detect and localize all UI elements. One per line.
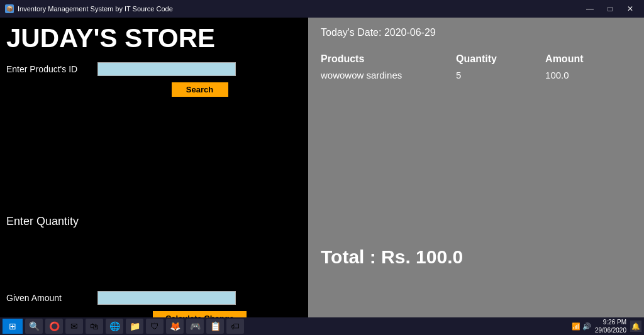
left-panel: JUDAY'S STORE Enter Product's ID Search …: [0, 18, 308, 317]
shield-taskbar-icon[interactable]: 🛡: [146, 319, 164, 334]
row-product: wowowow sardines: [321, 67, 456, 83]
titlebar-left: 📦 Inventory Management System by IT Sour…: [5, 4, 173, 13]
taskbar-date-value: 29/06/2020: [595, 326, 626, 334]
quantity-label: Enter Quantity: [6, 215, 79, 228]
taskbar-sys-icons: 📶 🔊: [572, 322, 591, 331]
clipboard-taskbar-icon[interactable]: 📋: [206, 319, 224, 334]
store-taskbar-icon[interactable]: 🛍: [86, 319, 103, 334]
titlebar: 📦 Inventory Management System by IT Sour…: [0, 0, 644, 18]
given-amount-row: Given Amount: [6, 291, 302, 305]
row-amount: 100.0: [545, 67, 631, 83]
right-panel: Today's Date: 2020-06-29 Products Quanti…: [308, 18, 644, 317]
cortana-taskbar-icon[interactable]: ⭕: [45, 319, 63, 334]
row-quantity: 5: [456, 67, 545, 83]
app-icon: 📦: [5, 4, 14, 13]
search-taskbar-icon[interactable]: 🔍: [25, 319, 43, 334]
product-id-label: Enter Product's ID: [6, 64, 97, 74]
taskbar-time-value: 9:26 PM: [595, 318, 626, 326]
notification-icon[interactable]: 🔔: [630, 321, 641, 332]
main-container: JUDAY'S STORE Enter Product's ID Search …: [0, 18, 644, 317]
taskbar-icons: 🔍 ⭕ ✉ 🛍 🌐 📁 🛡 🦊 🎮 📋 🏷: [25, 319, 572, 334]
search-button[interactable]: Search: [172, 82, 228, 97]
product-id-input[interactable]: [97, 62, 236, 76]
search-btn-row: Search: [6, 82, 302, 97]
taskbar-clock: 9:26 PM 29/06/2020: [595, 318, 626, 334]
windows-icon: ⊞: [9, 321, 16, 331]
edge-taskbar-icon[interactable]: 🌐: [106, 319, 123, 334]
col-quantity: Quantity: [456, 51, 545, 67]
titlebar-title: Inventory Management System by IT Source…: [18, 5, 173, 13]
taskbar-right: 📶 🔊 9:26 PM 29/06/2020 🔔: [572, 318, 641, 334]
app-taskbar-icon[interactable]: 🏷: [226, 319, 244, 334]
taskbar: ⊞ 🔍 ⭕ ✉ 🛍 🌐 📁 🛡 🦊 🎮 📋 🏷 📶 🔊 9:26 PM 29/0…: [0, 317, 644, 335]
firefox-taskbar-icon[interactable]: 🦊: [166, 319, 184, 334]
quantity-label-row: Enter Quantity: [6, 215, 302, 228]
network-icon: 📶: [572, 322, 580, 331]
explorer-taskbar-icon[interactable]: 📁: [126, 319, 143, 334]
receipt-table-header: Products Quantity Amount: [321, 51, 631, 67]
store-title: JUDAY'S STORE: [6, 24, 302, 53]
titlebar-controls: — □ ✕: [581, 0, 639, 18]
minimize-button[interactable]: —: [581, 0, 599, 18]
mail-taskbar-icon[interactable]: ✉: [65, 319, 83, 334]
product-id-row: Enter Product's ID: [6, 62, 302, 76]
maximize-button[interactable]: □: [601, 0, 619, 18]
start-button[interactable]: ⊞: [3, 319, 23, 334]
table-row: wowowow sardines 5 100.0: [321, 67, 631, 83]
col-amount: Amount: [545, 51, 631, 67]
given-amount-input[interactable]: [97, 291, 236, 305]
volume-icon: 🔊: [582, 322, 591, 331]
col-products: Products: [321, 51, 456, 67]
total-amount: Total : Rs. 100.0: [321, 246, 631, 268]
today-date: Today's Date: 2020-06-29: [321, 27, 631, 38]
close-button[interactable]: ✕: [621, 0, 639, 18]
given-amount-label: Given Amount: [6, 293, 97, 303]
game-taskbar-icon[interactable]: 🎮: [186, 319, 204, 334]
receipt-table: Products Quantity Amount wowowow sardine…: [321, 51, 631, 83]
